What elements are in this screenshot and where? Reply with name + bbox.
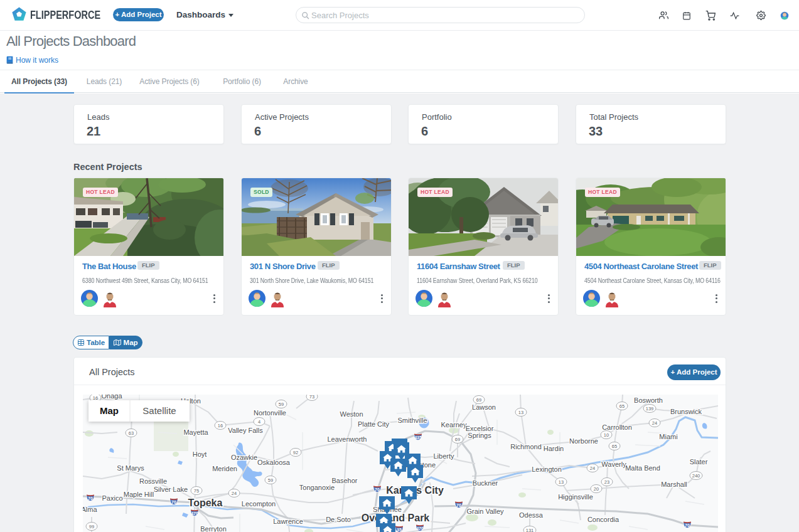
svg-text:24: 24 <box>590 466 595 471</box>
svg-text:16: 16 <box>218 423 223 428</box>
svg-text:Overland Park: Overland Park <box>362 513 430 523</box>
svg-text:Bosworth: Bosworth <box>634 396 663 404</box>
svg-text:99: 99 <box>89 524 94 529</box>
svg-text:73: 73 <box>309 395 314 400</box>
svg-text:Richmond: Richmond <box>510 443 542 450</box>
svg-text:59: 59 <box>268 477 273 483</box>
svg-text:Springs: Springs <box>468 432 491 439</box>
svg-text:Marshall: Marshall <box>661 481 687 488</box>
svg-text:92: 92 <box>293 450 298 455</box>
svg-text:Lawrence: Lawrence <box>273 518 303 525</box>
svg-text:Oskaloosa: Oskaloosa <box>257 459 291 466</box>
svg-text:Meriden: Meriden <box>212 465 237 472</box>
svg-text:Lexington: Lexington <box>532 466 562 473</box>
svg-text:Higginsville: Higginsville <box>558 493 593 501</box>
svg-text:Kearney: Kearney <box>441 421 467 428</box>
svg-text:Lecompton: Lecompton <box>242 500 276 508</box>
svg-text:De Soto: De Soto <box>326 516 351 523</box>
svg-text:Silver Lake: Silver Lake <box>154 486 188 493</box>
svg-text:65: 65 <box>619 403 625 409</box>
svg-text:Topeka: Topeka <box>188 497 223 508</box>
svg-text:65: 65 <box>612 444 617 449</box>
svg-text:Waverly: Waverly <box>601 460 626 468</box>
svg-text:70: 70 <box>88 496 93 501</box>
svg-text:Malta Bend: Malta Bend <box>625 464 660 472</box>
svg-text:Hardin: Hardin <box>544 445 564 452</box>
svg-text:Weston: Weston <box>340 410 363 418</box>
svg-text:139: 139 <box>646 406 654 412</box>
svg-text:470: 470 <box>416 526 424 531</box>
svg-text:70: 70 <box>456 503 461 508</box>
svg-text:24: 24 <box>232 491 237 496</box>
svg-text:Smithville: Smithville <box>397 417 427 424</box>
svg-text:St Marys: St Marys <box>117 464 144 472</box>
svg-text:Satellite: Satellite <box>142 405 176 416</box>
svg-text:70: 70 <box>375 487 380 492</box>
svg-text:Leavenworth: Leavenworth <box>328 435 367 443</box>
svg-text:Slater: Slater <box>690 458 708 466</box>
svg-text:Rossville: Rossville <box>139 477 167 485</box>
svg-text:10: 10 <box>604 432 609 438</box>
svg-text:470: 470 <box>191 511 198 516</box>
svg-text:35: 35 <box>397 528 402 532</box>
svg-text:13: 13 <box>559 479 564 485</box>
svg-text:20: 20 <box>594 486 599 492</box>
svg-text:13: 13 <box>518 410 523 415</box>
svg-text:Alma: Alma <box>83 506 97 513</box>
svg-text:Tonganoxie: Tonganoxie <box>299 484 335 491</box>
svg-text:4: 4 <box>258 419 260 425</box>
svg-text:131: 131 <box>526 528 534 532</box>
svg-text:Liberty: Liberty <box>433 452 454 460</box>
svg-text:23: 23 <box>604 479 609 485</box>
svg-text:Miami: Miami <box>659 433 677 440</box>
svg-text:Norborne: Norborne <box>569 437 598 445</box>
svg-text:63: 63 <box>129 430 134 436</box>
svg-text:Platte City: Platte City <box>358 420 390 428</box>
svg-text:Hoyt: Hoyt <box>193 450 207 458</box>
svg-text:70: 70 <box>171 500 176 504</box>
svg-text:Carrollton: Carrollton <box>602 423 632 431</box>
svg-text:Valley Falls: Valley Falls <box>228 427 263 434</box>
svg-text:75: 75 <box>194 488 199 494</box>
svg-text:59: 59 <box>279 402 284 407</box>
svg-text:435: 435 <box>414 435 422 440</box>
svg-text:Maple Hill: Maple Hill <box>124 491 154 498</box>
svg-text:Paxico: Paxico <box>102 494 122 502</box>
svg-text:Basehor: Basehor <box>332 477 358 484</box>
svg-text:Ozawkie: Ozawkie <box>231 454 257 461</box>
svg-text:240: 240 <box>692 473 700 479</box>
svg-text:69: 69 <box>455 437 460 442</box>
svg-text:69: 69 <box>476 397 481 403</box>
svg-text:Nortonville: Nortonville <box>254 409 286 417</box>
svg-text:Buckner: Buckner <box>473 479 498 487</box>
svg-text:Grain Valley: Grain Valley <box>466 508 504 515</box>
svg-text:Map: Map <box>100 405 119 416</box>
svg-text:70: 70 <box>685 523 690 528</box>
svg-text:Lawson: Lawson <box>472 403 496 411</box>
svg-text:24: 24 <box>652 420 657 426</box>
svg-text:Berryton: Berryton <box>200 525 227 532</box>
svg-text:Brunswick: Brunswick <box>670 408 702 415</box>
svg-text:Odessa: Odessa <box>519 511 544 519</box>
svg-text:Onaga: Onaga <box>101 395 122 400</box>
svg-text:Mayetta: Mayetta <box>183 428 208 436</box>
svg-text:16: 16 <box>93 395 98 401</box>
svg-text:Concordia: Concordia <box>587 516 619 523</box>
